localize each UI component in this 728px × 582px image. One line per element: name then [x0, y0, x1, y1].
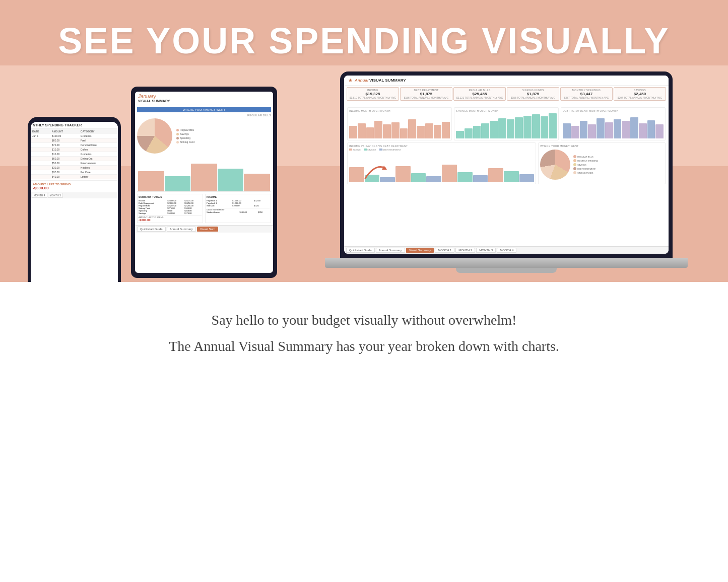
top-section: SEE YOUR SPENDING VISUALLY NTHLY SPENDIN…: [0, 0, 728, 282]
table-row: Savings$100.00$175.00: [139, 212, 202, 214]
cell-amount: $100.00: [50, 134, 79, 138]
laptop-tab-visual-summary[interactable]: Visual Summary: [406, 248, 434, 253]
legend-dot-debt: [379, 149, 382, 151]
cell-category: Coffee: [79, 148, 118, 152]
bottom-text-2: The Annual Visual Summary has your year …: [40, 338, 688, 354]
cell-amount: $60.00: [50, 157, 79, 161]
legend-dot-2: [176, 133, 179, 135]
legend-dot-income: [349, 149, 352, 151]
legend-label-1: Regular Bills: [180, 128, 194, 131]
bar: [383, 124, 391, 138]
bar: [465, 128, 473, 138]
card-value: $1,875: [509, 92, 557, 96]
income-title: INCOME: [207, 195, 270, 198]
debt-bar-chart: [563, 113, 664, 138]
card-value: $2,450: [616, 92, 664, 96]
bar: [630, 117, 638, 138]
bar: [532, 114, 540, 138]
laptop-tab-month-4[interactable]: MONTH 4: [497, 248, 516, 253]
row-label: Student Loans: [207, 211, 240, 213]
tablet-bar-chart: [137, 157, 271, 192]
laptop-tab-month-2[interactable]: MONTH 2: [455, 248, 475, 253]
tablet-outer: January VISUAL SUMMARY WHERE YOUR MONEY …: [131, 87, 277, 278]
tablet-legend: Regular Bills Savings Spending: [176, 128, 194, 143]
bar: [507, 119, 515, 138]
charts-row-2: INCOME VS SAVINGS VS DEBT REPAYMENT INCO…: [347, 142, 666, 184]
savings-bar-chart: [456, 113, 557, 138]
star-icon: ★: [348, 78, 353, 83]
row-actual: $175.00: [184, 212, 202, 214]
card-value: $1,875: [402, 92, 450, 96]
income-chart-title: INCOME MONTH OVER MONTH: [349, 109, 450, 112]
card-monthly: $287 TOTAL ANNUAL / MONTHLY AVG: [562, 96, 611, 99]
cell-date: [31, 170, 50, 175]
legend-item-2: Savings: [176, 132, 194, 135]
bar: [456, 131, 464, 138]
table-row: Jan 1$100.00Groceries: [31, 134, 118, 138]
bar: [395, 166, 411, 182]
bar: [349, 126, 357, 138]
tablet-tab-quickstart[interactable]: Quickstart Guide: [137, 227, 166, 232]
pie-dot-2: [573, 159, 576, 162]
tablet-tabs: Quickstart Guide Annual Summary Visual S…: [135, 225, 273, 233]
pie-label-3: SAVINGS: [577, 164, 586, 166]
bottom-text-1: Say hello to your budget visually withou…: [40, 312, 688, 328]
cell-amount: $10.00: [50, 152, 79, 157]
laptop-tab-month-3[interactable]: MONTH 3: [476, 248, 496, 253]
money-went-chart: WHERE YOUR MONEY WENT RE: [538, 142, 666, 184]
phone-tabs: MONTH 4 MONTH 5: [31, 192, 118, 198]
cell-category: Dining Out: [79, 157, 118, 161]
cell-category: Groceries: [79, 152, 118, 157]
legend-item-4: Sinking Fund: [176, 140, 194, 143]
legend-item-1: Regular Bills: [176, 128, 194, 131]
laptop-tab-quickstart-guide[interactable]: Quickstart Guide: [346, 248, 375, 253]
tablet-summary-area: SUMMARY TOTALS Income$2,000.00$3,175.00 …: [137, 194, 271, 223]
bar: [580, 121, 588, 138]
bar: [366, 127, 374, 138]
bar: [597, 118, 605, 138]
cell-date: [31, 138, 50, 143]
cell-category: Groceries: [79, 134, 118, 138]
legend-label-2: Savings: [180, 132, 189, 135]
bar: [523, 116, 532, 138]
pie-legend-item-5: SINKING FUNDS: [573, 171, 598, 174]
income-chart: INCOME MONTH OVER MONTH: [347, 107, 452, 140]
tablet-tab-visual[interactable]: Visual Sum: [197, 227, 218, 232]
legend-dot-3: [176, 137, 179, 139]
bar: [519, 174, 535, 182]
phone-tab-month5[interactable]: MONTH 5: [48, 193, 63, 198]
phone-tab-month4[interactable]: MONTH 4: [32, 193, 47, 198]
table-row: $10.00Groceries: [31, 152, 118, 157]
bar: [374, 121, 382, 138]
legend-dot-1: [176, 129, 179, 131]
bar: [411, 173, 426, 182]
summary-card: SINKING FUNDS $1,875 $156 TOTAL ANNUAL /…: [507, 87, 559, 101]
laptop-tab-annual-summary[interactable]: Annual Summary: [376, 248, 405, 253]
bar: [614, 119, 622, 138]
phone-footer: AMOUNT LEFT TO SPEND -$300.00: [31, 180, 118, 192]
laptop-screen: ★ Annual VISUAL SUMMARY INCOME $19,325 $…: [344, 76, 669, 254]
cell-category: Personal Care: [79, 143, 118, 148]
cell-amount: $35.00: [50, 170, 79, 175]
arrow-indicator: [363, 161, 388, 181]
table-row: $10.00Coffee: [31, 148, 118, 152]
pie-label-5: SINKING FUNDS: [577, 172, 593, 174]
table-row: $50.00Entertainment: [31, 161, 118, 166]
summary-card: DEBT REPAYMENT $1,875 $156 TOTAL ANNUAL …: [400, 87, 452, 101]
bar: [563, 123, 571, 138]
cell-date: [31, 161, 50, 166]
pie-legend-item-2: MONTHLY SPENDING: [573, 159, 598, 162]
bar: [541, 116, 549, 138]
bar: [457, 172, 473, 182]
pie-legend-items: REGULAR BILLS MONTHLY SPENDING: [573, 155, 598, 174]
comparison-chart: INCOME VS SAVINGS VS DEBT REPAYMENT INCO…: [347, 142, 536, 184]
laptop-tab-month-1[interactable]: MONTH 1: [435, 248, 454, 253]
legend-income: INCOME: [349, 149, 361, 151]
tablet-tab-annual[interactable]: Annual Summary: [167, 227, 196, 232]
bar: [358, 123, 366, 138]
col-date: DATE: [31, 129, 50, 134]
legend-label-3: Spending: [180, 136, 190, 139]
table-row: $60.00Dining Out: [31, 157, 118, 161]
main-heading: SEE YOUR SPENDING VISUALLY: [58, 20, 670, 61]
annual-title-italic: Annual: [355, 78, 368, 83]
